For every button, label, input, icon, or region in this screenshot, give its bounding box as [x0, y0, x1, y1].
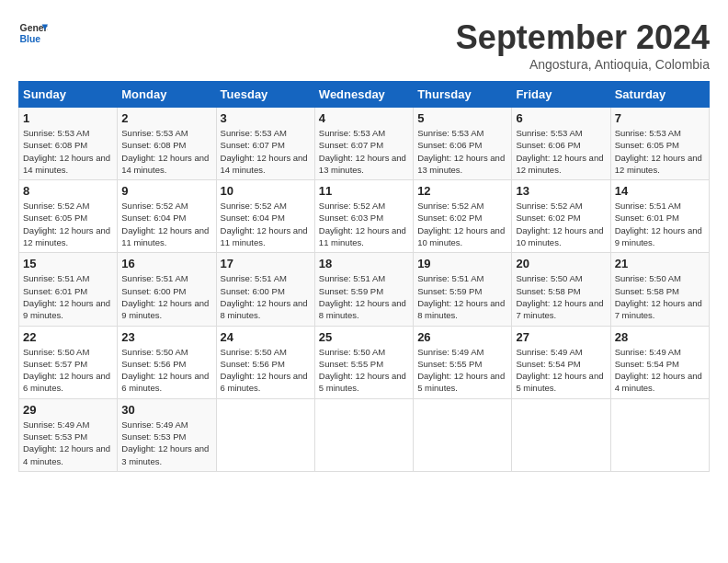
- day-info: Sunrise: 5:52 AM Sunset: 6:02 PM Dayligh…: [516, 200, 606, 248]
- day-number: 10: [221, 184, 311, 198]
- day-info: Sunrise: 5:50 AM Sunset: 5:58 PM Dayligh…: [516, 272, 606, 321]
- day-info: Sunrise: 5:49 AM Sunset: 5:53 PM Dayligh…: [23, 419, 113, 467]
- table-cell: 8 Sunrise: 5:52 AM Sunset: 6:05 PM Dayli…: [19, 180, 118, 253]
- svg-text:Blue: Blue: [20, 34, 41, 44]
- day-number: 8: [23, 184, 113, 198]
- table-cell: 9 Sunrise: 5:52 AM Sunset: 6:04 PM Dayli…: [118, 180, 216, 253]
- table-cell: 16 Sunrise: 5:51 AM Sunset: 6:00 PM Dayl…: [118, 253, 216, 326]
- header: General Blue September 2024 Angostura, A…: [18, 18, 710, 72]
- day-info: Sunrise: 5:53 AM Sunset: 6:06 PM Dayligh…: [516, 127, 606, 176]
- day-info: Sunrise: 5:51 AM Sunset: 6:00 PM Dayligh…: [121, 272, 211, 321]
- table-cell: 4 Sunrise: 5:53 AM Sunset: 6:07 PM Dayli…: [314, 108, 413, 180]
- day-info: Sunrise: 5:52 AM Sunset: 6:03 PM Dayligh…: [319, 200, 409, 248]
- table-cell: 21 Sunrise: 5:50 AM Sunset: 5:58 PM Dayl…: [610, 253, 709, 326]
- day-number: 9: [121, 184, 211, 198]
- title-area: September 2024 Angostura, Antioquia, Col…: [456, 18, 710, 72]
- day-number: 5: [417, 111, 507, 125]
- col-wednesday: Wednesday: [314, 82, 413, 108]
- col-saturday: Saturday: [610, 82, 709, 108]
- table-cell: [414, 398, 512, 471]
- day-number: 2: [121, 111, 211, 125]
- calendar-row: 22 Sunrise: 5:50 AM Sunset: 5:57 PM Dayl…: [19, 326, 710, 398]
- day-info: Sunrise: 5:53 AM Sunset: 6:06 PM Dayligh…: [417, 127, 507, 176]
- day-info: Sunrise: 5:50 AM Sunset: 5:58 PM Dayligh…: [615, 272, 705, 321]
- day-info: Sunrise: 5:49 AM Sunset: 5:53 PM Dayligh…: [121, 419, 211, 467]
- table-cell: 23 Sunrise: 5:50 AM Sunset: 5:56 PM Dayl…: [118, 326, 216, 398]
- calendar-row: 8 Sunrise: 5:52 AM Sunset: 6:05 PM Dayli…: [19, 180, 710, 253]
- col-monday: Monday: [118, 82, 216, 108]
- table-cell: 26 Sunrise: 5:49 AM Sunset: 5:55 PM Dayl…: [414, 326, 512, 398]
- day-info: Sunrise: 5:50 AM Sunset: 5:56 PM Dayligh…: [221, 346, 311, 395]
- day-number: 20: [516, 257, 606, 270]
- table-cell: 25 Sunrise: 5:50 AM Sunset: 5:55 PM Dayl…: [314, 326, 413, 398]
- day-number: 6: [516, 111, 606, 125]
- day-info: Sunrise: 5:50 AM Sunset: 5:57 PM Dayligh…: [23, 346, 113, 395]
- table-cell: 13 Sunrise: 5:52 AM Sunset: 6:02 PM Dayl…: [512, 180, 610, 253]
- day-info: Sunrise: 5:53 AM Sunset: 6:07 PM Dayligh…: [221, 127, 311, 176]
- table-cell: 30 Sunrise: 5:49 AM Sunset: 5:53 PM Dayl…: [118, 398, 216, 471]
- day-info: Sunrise: 5:53 AM Sunset: 6:08 PM Dayligh…: [23, 127, 113, 176]
- day-info: Sunrise: 5:49 AM Sunset: 5:54 PM Dayligh…: [516, 346, 606, 395]
- day-number: 28: [615, 330, 705, 344]
- table-cell: 24 Sunrise: 5:50 AM Sunset: 5:56 PM Dayl…: [216, 326, 314, 398]
- table-cell: [314, 398, 413, 471]
- table-cell: 11 Sunrise: 5:52 AM Sunset: 6:03 PM Dayl…: [314, 180, 413, 253]
- day-number: 26: [417, 330, 507, 344]
- table-cell: [216, 398, 314, 471]
- table-cell: 28 Sunrise: 5:49 AM Sunset: 5:54 PM Dayl…: [610, 326, 709, 398]
- day-number: 24: [221, 330, 311, 344]
- day-number: 15: [23, 257, 113, 270]
- table-cell: 10 Sunrise: 5:52 AM Sunset: 6:04 PM Dayl…: [216, 180, 314, 253]
- col-thursday: Thursday: [414, 82, 512, 108]
- table-cell: 19 Sunrise: 5:51 AM Sunset: 5:59 PM Dayl…: [414, 253, 512, 326]
- day-number: 27: [516, 330, 606, 344]
- table-cell: 7 Sunrise: 5:53 AM Sunset: 6:05 PM Dayli…: [610, 108, 709, 180]
- day-info: Sunrise: 5:53 AM Sunset: 6:05 PM Dayligh…: [615, 127, 705, 176]
- table-cell: 15 Sunrise: 5:51 AM Sunset: 6:01 PM Dayl…: [19, 253, 118, 326]
- location-title: Angostura, Antioquia, Colombia: [456, 57, 710, 72]
- table-cell: 3 Sunrise: 5:53 AM Sunset: 6:07 PM Dayli…: [216, 108, 314, 180]
- day-info: Sunrise: 5:52 AM Sunset: 6:02 PM Dayligh…: [417, 200, 507, 248]
- table-cell: 18 Sunrise: 5:51 AM Sunset: 5:59 PM Dayl…: [314, 253, 413, 326]
- day-number: 18: [319, 257, 409, 270]
- table-cell: 14 Sunrise: 5:51 AM Sunset: 6:01 PM Dayl…: [610, 180, 709, 253]
- calendar-table: Sunday Monday Tuesday Wednesday Thursday…: [18, 81, 710, 472]
- day-number: 23: [121, 330, 211, 344]
- logo-icon: General Blue: [18, 18, 48, 48]
- day-number: 4: [319, 111, 409, 125]
- month-title: September 2024: [456, 18, 710, 57]
- day-info: Sunrise: 5:52 AM Sunset: 6:05 PM Dayligh…: [23, 200, 113, 248]
- table-cell: 20 Sunrise: 5:50 AM Sunset: 5:58 PM Dayl…: [512, 253, 610, 326]
- calendar-row: 1 Sunrise: 5:53 AM Sunset: 6:08 PM Dayli…: [19, 108, 710, 180]
- table-cell: 17 Sunrise: 5:51 AM Sunset: 6:00 PM Dayl…: [216, 253, 314, 326]
- table-cell: 5 Sunrise: 5:53 AM Sunset: 6:06 PM Dayli…: [414, 108, 512, 180]
- day-number: 12: [417, 184, 507, 198]
- day-info: Sunrise: 5:53 AM Sunset: 6:08 PM Dayligh…: [121, 127, 211, 176]
- logo: General Blue: [18, 18, 48, 48]
- day-number: 30: [121, 403, 211, 417]
- day-info: Sunrise: 5:51 AM Sunset: 6:01 PM Dayligh…: [615, 200, 705, 248]
- col-tuesday: Tuesday: [216, 82, 314, 108]
- day-number: 13: [516, 184, 606, 198]
- calendar-header-row: Sunday Monday Tuesday Wednesday Thursday…: [19, 82, 710, 108]
- day-info: Sunrise: 5:51 AM Sunset: 6:00 PM Dayligh…: [221, 272, 311, 321]
- day-info: Sunrise: 5:50 AM Sunset: 5:55 PM Dayligh…: [319, 346, 409, 395]
- day-number: 19: [417, 257, 507, 270]
- calendar-row: 15 Sunrise: 5:51 AM Sunset: 6:01 PM Dayl…: [19, 253, 710, 326]
- day-info: Sunrise: 5:49 AM Sunset: 5:54 PM Dayligh…: [615, 346, 705, 395]
- day-info: Sunrise: 5:51 AM Sunset: 6:01 PM Dayligh…: [23, 272, 113, 321]
- day-number: 29: [23, 403, 113, 417]
- table-cell: [610, 398, 709, 471]
- table-cell: 22 Sunrise: 5:50 AM Sunset: 5:57 PM Dayl…: [19, 326, 118, 398]
- table-cell: 27 Sunrise: 5:49 AM Sunset: 5:54 PM Dayl…: [512, 326, 610, 398]
- calendar-row: 29 Sunrise: 5:49 AM Sunset: 5:53 PM Dayl…: [19, 398, 710, 471]
- day-number: 17: [221, 257, 311, 270]
- table-cell: 1 Sunrise: 5:53 AM Sunset: 6:08 PM Dayli…: [19, 108, 118, 180]
- day-info: Sunrise: 5:53 AM Sunset: 6:07 PM Dayligh…: [319, 127, 409, 176]
- day-info: Sunrise: 5:51 AM Sunset: 5:59 PM Dayligh…: [417, 272, 507, 321]
- day-info: Sunrise: 5:49 AM Sunset: 5:55 PM Dayligh…: [417, 346, 507, 395]
- table-cell: [512, 398, 610, 471]
- day-number: 21: [615, 257, 705, 270]
- day-number: 7: [615, 111, 705, 125]
- day-info: Sunrise: 5:50 AM Sunset: 5:56 PM Dayligh…: [121, 346, 211, 395]
